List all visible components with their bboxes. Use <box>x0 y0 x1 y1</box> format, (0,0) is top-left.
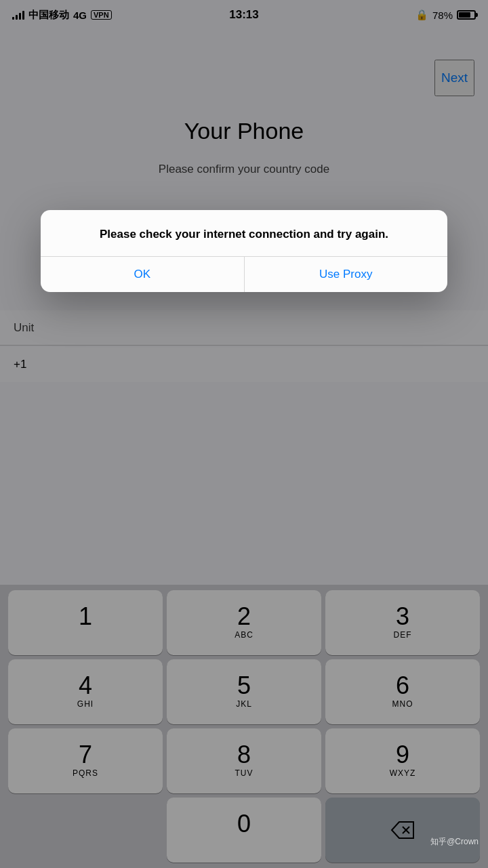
alert-proxy-button[interactable]: Use Proxy <box>245 257 448 292</box>
alert-message: Please check your internet connection an… <box>41 210 447 256</box>
watermark: 知乎@Crown <box>430 836 479 848</box>
alert-ok-button[interactable]: OK <box>41 257 244 292</box>
alert-dialog: Please check your internet connection an… <box>41 210 447 292</box>
alert-buttons: OK Use Proxy <box>41 257 447 292</box>
modal-overlay <box>0 0 488 868</box>
